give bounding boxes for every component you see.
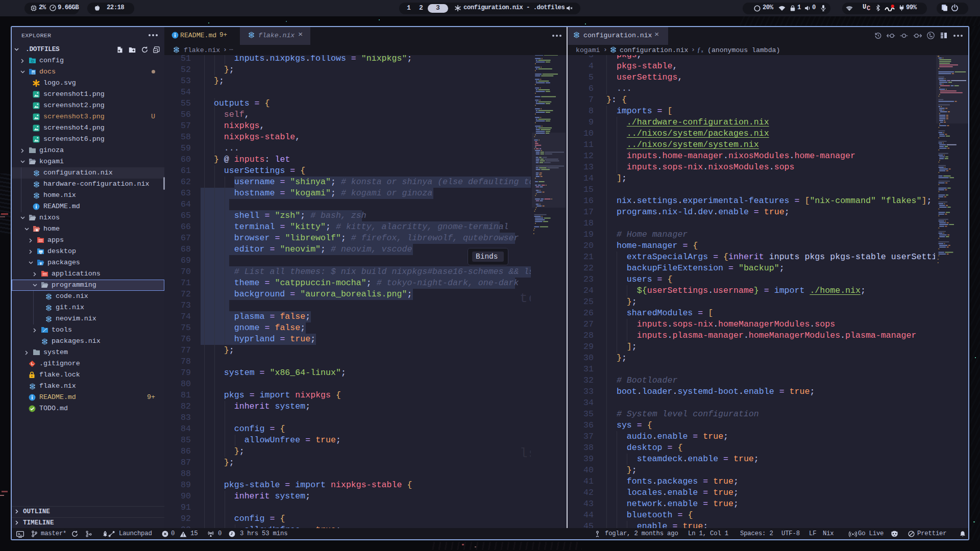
svg-text:f: f xyxy=(698,47,700,53)
svg-text:x: x xyxy=(701,49,703,53)
